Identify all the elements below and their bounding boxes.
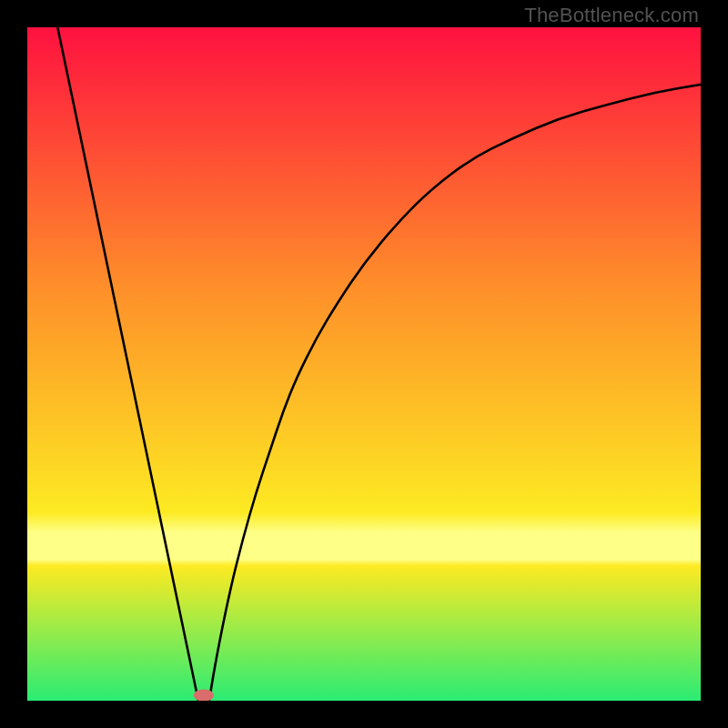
chart-svg	[27, 27, 701, 701]
watermark-text: TheBottleneck.com	[524, 4, 699, 27]
plot-area	[27, 27, 701, 701]
chart-frame: TheBottleneck.com	[0, 0, 728, 728]
